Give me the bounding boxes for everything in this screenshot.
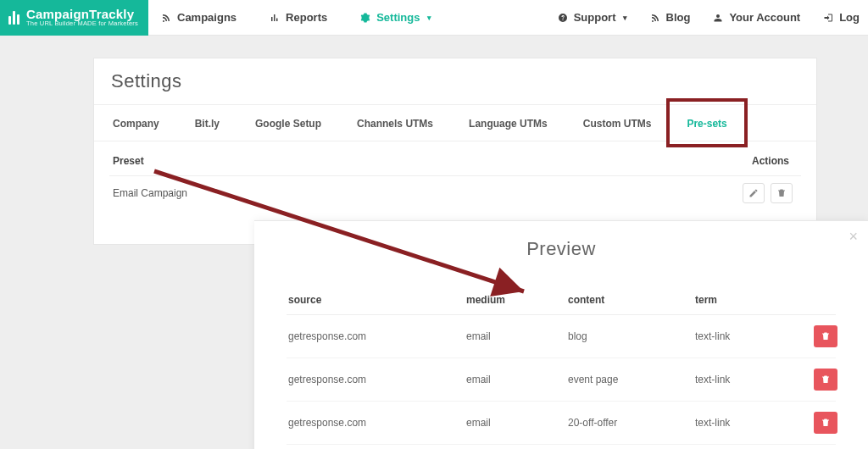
tab-language-utms[interactable]: Language UTMs	[464, 105, 553, 141]
preset-header-name: Preset	[113, 155, 713, 167]
preview-medium: email	[466, 417, 568, 429]
preview-source: getresponse.com	[288, 417, 466, 429]
settings-tabs: Company Bit.ly Google Setup Channels UTM…	[94, 105, 816, 141]
chevron-down-icon: ▾	[427, 14, 431, 22]
preview-table-header: source medium content term	[287, 285, 836, 315]
preview-row: getresponse.comemailevent pagetext-link	[287, 358, 836, 402]
tab-bitly[interactable]: Bit.ly	[190, 105, 225, 141]
preview-term: text-link	[695, 374, 814, 385]
preview-term: text-link	[695, 330, 814, 342]
login-icon	[822, 12, 834, 24]
rss-icon	[649, 12, 661, 24]
nav-settings[interactable]: Settings ▾	[359, 11, 431, 24]
brand-logo[interactable]: CampaignTrackly The URL Builder MADE for…	[0, 0, 148, 36]
page-title: Settings	[111, 70, 799, 92]
close-button[interactable]: ×	[849, 228, 858, 246]
trash-icon	[776, 188, 787, 198]
preset-name: Email Campaign	[113, 187, 713, 199]
preset-table-header: Preset Actions	[109, 147, 801, 176]
delete-row-button[interactable]	[814, 412, 837, 434]
preset-row: Email Campaign	[109, 176, 801, 210]
preview-row: getresponse.comemailblogimage-link	[287, 445, 836, 449]
nav-account[interactable]: Your Account	[712, 11, 800, 24]
settings-card: Settings Company Bit.ly Google Setup Cha…	[93, 58, 817, 245]
help-icon	[557, 12, 569, 24]
tab-custom-utms[interactable]: Custom UTMs	[578, 105, 657, 141]
preview-title: Preview	[287, 238, 836, 260]
top-nav: CampaignTrackly The URL Builder MADE for…	[0, 0, 868, 36]
delete-row-button[interactable]	[814, 325, 837, 347]
preview-medium: email	[466, 330, 568, 342]
preview-source: getresponse.com	[288, 374, 466, 385]
preview-content: blog	[568, 330, 695, 342]
preview-content: 20-off-offer	[568, 417, 695, 429]
rss-icon	[160, 12, 172, 24]
preview-row: getresponse.comemail20-off-offertext-lin…	[287, 402, 836, 445]
trash-icon	[821, 418, 831, 428]
nav-blog[interactable]: Blog	[649, 11, 691, 24]
tab-channels-utms[interactable]: Channels UTMs	[352, 105, 438, 141]
nav-support[interactable]: Support ▾	[557, 11, 627, 24]
preview-medium: email	[466, 374, 568, 385]
gear-icon	[359, 12, 371, 24]
brand-bars-icon	[8, 11, 21, 25]
tab-company[interactable]: Company	[108, 105, 164, 141]
brand-name: CampaignTrackly	[26, 8, 138, 20]
pencil-icon	[748, 188, 759, 198]
brand-tagline: The URL Builder MADE for Marketers	[26, 20, 138, 27]
preview-row: getresponse.comemailblogtext-link	[287, 315, 836, 358]
trash-icon	[821, 331, 831, 341]
bar-chart-icon	[269, 12, 281, 24]
tab-presets[interactable]: Pre-sets	[682, 105, 732, 141]
preview-panel: × Preview source medium content term get…	[254, 220, 868, 449]
preset-header-actions: Actions	[713, 155, 798, 167]
edit-button[interactable]	[743, 183, 765, 203]
nav-log[interactable]: Log	[822, 11, 860, 24]
preview-source: getresponse.com	[288, 330, 466, 342]
nav-campaigns[interactable]: Campaigns	[160, 11, 236, 24]
user-icon	[712, 12, 724, 24]
preview-content: event page	[568, 374, 695, 385]
trash-icon	[821, 374, 831, 385]
delete-row-button[interactable]	[814, 369, 837, 391]
preview-term: text-link	[695, 417, 814, 429]
delete-button[interactable]	[771, 183, 793, 203]
chevron-down-icon: ▾	[623, 14, 627, 22]
tab-google-setup[interactable]: Google Setup	[250, 105, 326, 141]
nav-reports[interactable]: Reports	[269, 11, 327, 24]
